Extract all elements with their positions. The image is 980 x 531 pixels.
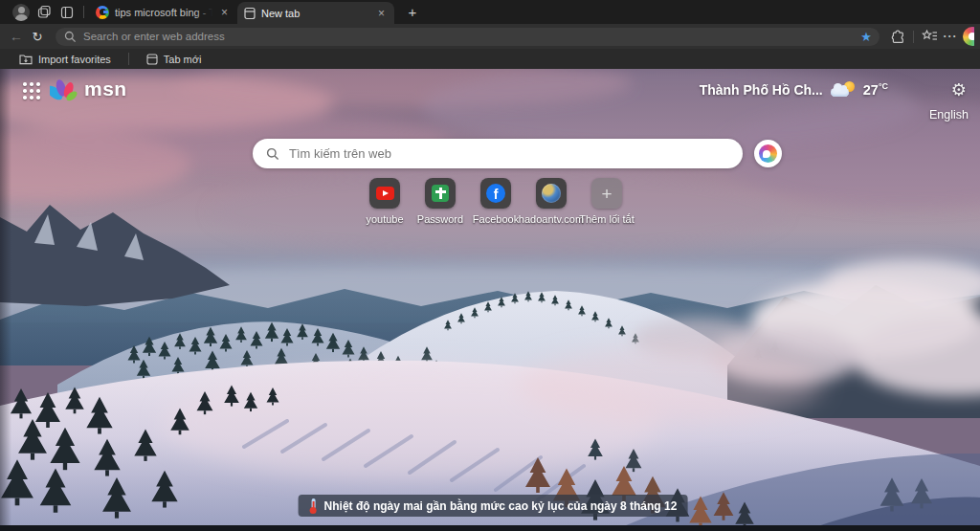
tab-title: New tab — [261, 8, 369, 19]
workspaces-icon[interactable] — [33, 2, 56, 23]
divider — [83, 6, 84, 18]
tab-title: tips microsoft bing - Tìm trên Goo — [115, 7, 212, 18]
weather-notification[interactable]: Nhiệt độ ngày mai gần bằng mức cao kỷ lụ… — [299, 495, 688, 517]
msn-logo[interactable]: msn — [50, 75, 127, 103]
quick-links: youtube Password f Facebook hadoantv.com… — [357, 178, 635, 225]
shortcut-facebook[interactable]: f Facebook — [468, 178, 523, 225]
bookmark-tab-moi[interactable]: Tab mới — [141, 51, 208, 67]
youtube-icon — [376, 187, 394, 200]
tab-new-tab[interactable]: New tab × — [237, 2, 394, 24]
partly-cloudy-icon — [831, 81, 856, 98]
navigation-toolbar: ← ↻ ★ ··· — [0, 24, 980, 49]
msn-new-tab-page: msn Thành Phố Hồ Ch... 27°C ⚙ English yo… — [0, 69, 980, 531]
brand-wordmark: msn — [84, 77, 127, 100]
search-icon — [266, 147, 279, 161]
page-favicon — [244, 7, 256, 20]
web-search-box[interactable] — [253, 139, 743, 168]
globe-icon — [542, 184, 561, 203]
refresh-icon[interactable]: ↻ — [27, 26, 48, 47]
new-tab-button[interactable]: + — [402, 4, 423, 20]
bottom-edge — [0, 525, 980, 531]
shortcut-hadoantv[interactable]: hadoantv.com — [523, 178, 579, 225]
shortcut-label: Password — [417, 213, 463, 225]
import-favorites-label: Import favorites — [38, 54, 111, 65]
divider — [913, 31, 914, 43]
close-tab-icon[interactable]: × — [218, 6, 231, 19]
import-folder-icon — [19, 54, 33, 65]
divider — [128, 53, 129, 65]
facebook-icon: f — [486, 184, 505, 203]
add-shortcut-button[interactable]: + Thêm lối tắt — [579, 178, 635, 225]
tab-google-search[interactable]: tips microsoft bing - Tìm trên Goo × — [89, 1, 237, 23]
thermometer-icon — [309, 498, 318, 514]
notification-text: Nhiệt độ ngày mai gần bằng mức cao kỷ lụ… — [324, 499, 678, 513]
browser-window: tips microsoft bing - Tìm trên Goo × New… — [0, 0, 980, 531]
tab-bar: tips microsoft bing - Tìm trên Goo × New… — [0, 0, 980, 24]
weather-unit: °C — [879, 81, 888, 91]
close-tab-icon[interactable]: × — [375, 7, 388, 20]
shortcut-label: youtube — [366, 213, 403, 225]
avatar-icon — [12, 4, 30, 21]
shortcut-label: Thêm lối tắt — [579, 213, 634, 225]
copilot-icon — [759, 144, 777, 163]
weather-temperature: 27 — [863, 82, 879, 98]
search-area — [253, 139, 782, 168]
shortcut-label: hadoantv.com — [519, 213, 584, 225]
import-favorites-button[interactable]: Import favorites — [13, 51, 117, 67]
address-bar[interactable]: ★ — [56, 28, 880, 46]
copilot-icon — [963, 27, 974, 46]
copilot-sidebar-button[interactable] — [963, 26, 974, 47]
favorites-bar: Import favorites Tab mới — [0, 49, 980, 69]
google-favicon — [96, 6, 109, 19]
web-search-input[interactable] — [289, 146, 729, 161]
profile-button[interactable] — [10, 2, 33, 23]
page-icon — [146, 54, 158, 65]
plus-icon: + — [601, 185, 612, 203]
language-link[interactable]: English — [929, 108, 969, 122]
weather-location: Thành Phố Hồ Ch... — [700, 82, 823, 98]
copilot-button[interactable] — [754, 140, 782, 167]
extensions-icon[interactable] — [887, 26, 908, 47]
weather-widget[interactable]: Thành Phố Hồ Ch... 27°C — [700, 81, 888, 98]
shortcut-label: Facebook — [473, 213, 519, 225]
back-icon[interactable]: ← — [6, 26, 27, 47]
msn-butterfly-icon — [50, 75, 80, 103]
bookmark-label: Tab mới — [164, 54, 202, 65]
shortcut-youtube[interactable]: youtube — [357, 178, 412, 225]
favorites-icon[interactable] — [919, 26, 940, 47]
settings-menu-icon[interactable]: ··· — [940, 26, 961, 47]
shortcut-password[interactable]: Password — [412, 178, 468, 225]
bookmark-star-icon[interactable]: ★ — [860, 30, 872, 44]
address-input[interactable] — [83, 31, 860, 42]
gear-icon[interactable]: ⚙ — [951, 79, 967, 100]
tab-actions-icon[interactable] — [56, 2, 78, 23]
search-icon — [64, 31, 77, 43]
apps-grid-icon[interactable] — [23, 82, 40, 100]
password-icon — [432, 185, 449, 202]
